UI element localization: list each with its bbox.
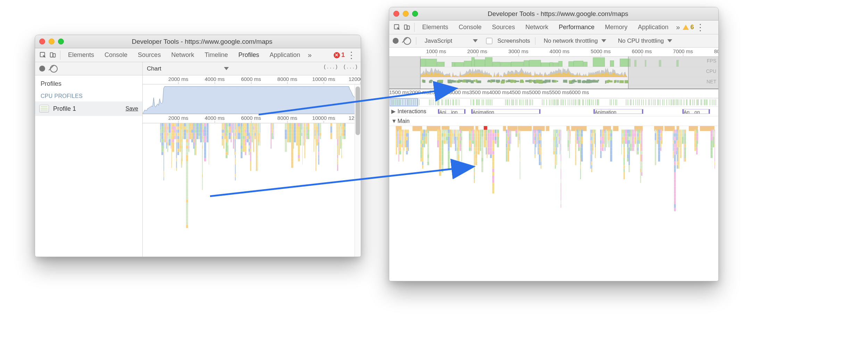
svg-rect-1016 bbox=[437, 99, 437, 105]
tab-profiles[interactable]: Profiles bbox=[234, 49, 264, 61]
svg-rect-754 bbox=[318, 133, 319, 136]
record-button[interactable] bbox=[39, 66, 45, 72]
svg-rect-690 bbox=[304, 130, 306, 133]
svg-rect-274 bbox=[202, 136, 203, 139]
frames-strip[interactable] bbox=[389, 98, 718, 107]
profile-item[interactable]: Profile 1 Save bbox=[35, 101, 142, 116]
svg-rect-1406 bbox=[474, 133, 475, 136]
svg-rect-182 bbox=[186, 152, 188, 155]
warning-badge[interactable]: 6 bbox=[683, 24, 694, 31]
svg-rect-430 bbox=[238, 126, 240, 130]
svg-rect-1268 bbox=[424, 144, 425, 147]
minimize-traffic-light[interactable] bbox=[49, 39, 55, 44]
svg-rect-97 bbox=[172, 149, 174, 152]
more-tabs-chevron-icon[interactable]: » bbox=[306, 51, 314, 59]
svg-rect-1954 bbox=[641, 165, 643, 169]
animation-bar[interactable]: Animation bbox=[593, 109, 643, 114]
svg-rect-629 bbox=[294, 136, 295, 139]
animation-bar[interactable]: Ani…ion bbox=[438, 109, 466, 114]
svg-rect-1871 bbox=[627, 140, 628, 144]
svg-rect-1979 bbox=[658, 158, 660, 161]
zoom-traffic-light[interactable] bbox=[58, 39, 64, 44]
tab-performance[interactable]: Performance bbox=[554, 21, 599, 34]
tab-timeline[interactable]: Timeline bbox=[200, 49, 233, 61]
more-tabs-chevron-icon[interactable]: » bbox=[674, 23, 682, 31]
svg-rect-663 bbox=[302, 130, 303, 133]
tab-console[interactable]: Console bbox=[100, 49, 132, 61]
svg-rect-832 bbox=[344, 136, 345, 139]
svg-rect-1631 bbox=[555, 133, 556, 136]
svg-rect-815 bbox=[341, 133, 342, 136]
kebab-menu-icon[interactable]: ⋮ bbox=[694, 23, 706, 32]
network-throttle-select[interactable]: No network throttling bbox=[540, 36, 610, 46]
screenshots-checkbox[interactable] bbox=[486, 38, 492, 44]
scrollbar-thumb[interactable] bbox=[356, 86, 360, 135]
animation-bar[interactable]: Animation bbox=[471, 109, 541, 114]
svg-rect-2113 bbox=[713, 140, 714, 144]
cpu-throttle-select[interactable]: No CPU throttling bbox=[615, 36, 676, 46]
profiles-sidebar: Profiles CPU PROFILES Profile 1 Save bbox=[35, 62, 143, 257]
svg-rect-1017 bbox=[438, 99, 438, 105]
svg-rect-1895 bbox=[632, 130, 634, 133]
tab-application[interactable]: Application bbox=[265, 49, 305, 61]
main-ruler[interactable]: 1500 ms2000 ms2500 ms3000 ms3500 ms4000 … bbox=[389, 89, 718, 98]
svg-rect-1459 bbox=[484, 144, 486, 147]
svg-rect-1283 bbox=[437, 130, 439, 133]
svg-rect-1736 bbox=[580, 161, 581, 165]
svg-rect-778 bbox=[336, 136, 337, 139]
performance-overview[interactable]: 1000 ms2000 ms3000 ms4000 ms5000 ms6000 … bbox=[389, 48, 718, 89]
zoom-traffic-light[interactable] bbox=[412, 11, 418, 17]
svg-rect-1897 bbox=[632, 137, 634, 140]
svg-rect-380 bbox=[232, 123, 233, 126]
inspect-icon[interactable] bbox=[393, 23, 402, 32]
animation-bar[interactable]: An…on bbox=[682, 109, 710, 114]
scrollbar[interactable] bbox=[354, 84, 361, 257]
overview-ruler[interactable]: 2000 ms4000 ms6000 ms8000 ms10000 ms1200… bbox=[143, 75, 361, 84]
svg-rect-1329 bbox=[448, 158, 450, 161]
svg-rect-162 bbox=[182, 158, 183, 161]
tab-network[interactable]: Network bbox=[520, 21, 553, 34]
svg-rect-1532 bbox=[507, 151, 509, 155]
tab-memory[interactable]: Memory bbox=[600, 21, 632, 34]
svg-rect-1791 bbox=[595, 155, 596, 158]
interactions-track[interactable]: ▶ Interactions Ani…ionAnimationAnimation… bbox=[389, 107, 718, 116]
svg-rect-410 bbox=[235, 152, 236, 155]
disclosure-right-icon[interactable]: ▶ bbox=[391, 108, 396, 115]
svg-rect-1450 bbox=[481, 155, 483, 158]
close-traffic-light[interactable] bbox=[39, 39, 45, 44]
record-button[interactable] bbox=[393, 38, 399, 44]
svg-rect-1617 bbox=[541, 147, 541, 151]
main-flame-chart[interactable] bbox=[389, 126, 718, 281]
svg-rect-1305 bbox=[442, 144, 443, 147]
tab-application[interactable]: Application bbox=[633, 21, 673, 34]
clear-button[interactable] bbox=[403, 37, 411, 45]
save-link[interactable]: Save bbox=[126, 106, 138, 112]
svg-rect-593 bbox=[287, 130, 289, 133]
clear-button[interactable] bbox=[50, 65, 58, 73]
svg-rect-1790 bbox=[595, 151, 596, 155]
svg-rect-1849 bbox=[622, 140, 623, 144]
kebab-menu-icon[interactable]: ⋮ bbox=[345, 51, 357, 60]
error-badge[interactable]: ✕1 bbox=[334, 51, 345, 59]
device-toggle-icon[interactable] bbox=[402, 23, 411, 32]
device-toggle-icon[interactable] bbox=[48, 51, 57, 60]
flame-ruler[interactable]: 2000 ms4000 ms6000 ms8000 ms10000 ms1200… bbox=[143, 114, 361, 123]
profile-type-select[interactable]: JavaScript bbox=[421, 36, 481, 46]
cpu-profile-overview[interactable] bbox=[143, 84, 361, 114]
svg-rect-1237 bbox=[406, 151, 408, 155]
flame-chart[interactable] bbox=[143, 123, 361, 257]
inspect-icon[interactable] bbox=[39, 51, 48, 60]
tab-console[interactable]: Console bbox=[454, 21, 486, 34]
svg-rect-383 bbox=[233, 123, 234, 126]
tab-network[interactable]: Network bbox=[166, 49, 199, 61]
tab-sources[interactable]: Sources bbox=[487, 21, 520, 34]
tab-elements[interactable]: Elements bbox=[417, 21, 453, 34]
svg-rect-587 bbox=[285, 139, 287, 142]
tab-sources[interactable]: Sources bbox=[133, 49, 166, 61]
main-track-header[interactable]: ▼ Main bbox=[389, 116, 718, 126]
tab-elements[interactable]: Elements bbox=[63, 49, 99, 61]
minimize-traffic-light[interactable] bbox=[403, 11, 409, 17]
svg-rect-98 bbox=[174, 123, 176, 126]
disclosure-down-icon[interactable]: ▼ bbox=[391, 118, 396, 124]
close-traffic-light[interactable] bbox=[393, 11, 399, 17]
